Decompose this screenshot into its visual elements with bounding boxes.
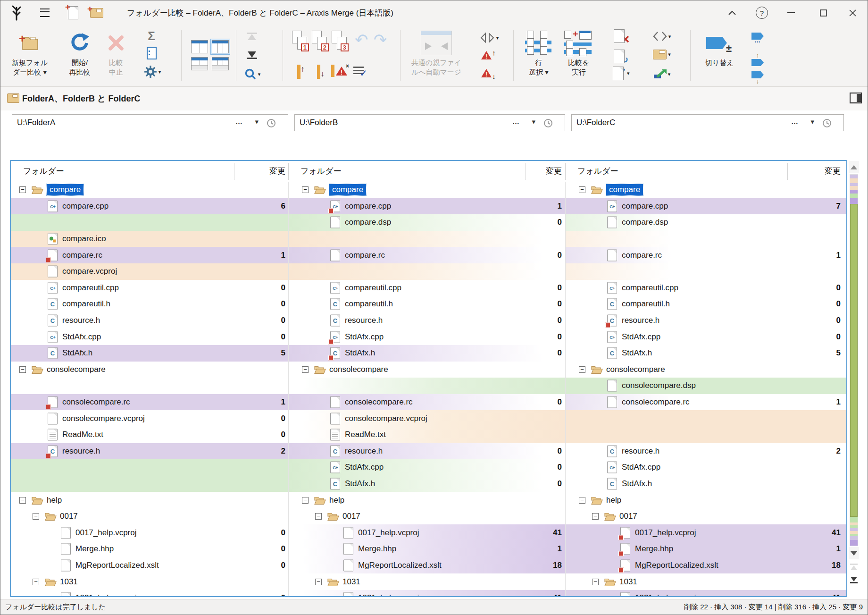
- file-name[interactable]: 0017_help.vcproj: [635, 528, 696, 538]
- collapse-toggle[interactable]: −: [302, 366, 309, 373]
- collapse-toggle[interactable]: −: [579, 366, 585, 373]
- tree-row-file[interactable]: compare.ico: [11, 231, 846, 247]
- layout-two-pane-button[interactable]: [191, 40, 209, 54]
- file-name[interactable]: compare.rc: [62, 251, 102, 260]
- tree-row-file[interactable]: compareutil.cpp0compareutil.cpp0compareu…: [11, 280, 846, 296]
- file-name[interactable]: compareutil.cpp: [62, 283, 119, 293]
- file-name[interactable]: compare.cpp: [62, 202, 108, 211]
- folder-name[interactable]: help: [606, 496, 621, 505]
- file-name[interactable]: 1031_help.vcproj: [75, 593, 136, 596]
- folder-name[interactable]: consolecompare: [606, 365, 665, 374]
- new-folder-comparison-tab-button[interactable]: +: [86, 0, 107, 25]
- file-name[interactable]: compare.cpp: [622, 202, 668, 211]
- file-name[interactable]: StdAfx.h: [62, 348, 92, 358]
- tree-row-file[interactable]: compare.dsp0compare.dsp: [11, 214, 846, 231]
- new-folder-comparison-button[interactable]: + 新規フォルダー比較 ▾: [5, 28, 54, 77]
- tree-row-file[interactable]: consolecompare.rc1consolecompare.rc0cons…: [11, 394, 846, 411]
- tree-row-file[interactable]: consolecompare.vcproj0consolecompare.vcp…: [11, 410, 846, 427]
- file-name[interactable]: MgReportLocalized.xslt: [358, 561, 442, 570]
- tree-row-file[interactable]: consolecompare.dsp: [11, 378, 846, 394]
- path-input-folder-a[interactable]: U:\FolderA … ▾: [12, 114, 288, 131]
- next-flag-button[interactable]: ↓: [751, 71, 764, 85]
- tree-row-folder-compare[interactable]: −compare−compare−compare: [11, 182, 846, 198]
- folder-name[interactable]: compare: [606, 184, 643, 195]
- file-name[interactable]: consolecompare.dsp: [622, 381, 696, 390]
- row-selection-button[interactable]: 行選択 ▾: [523, 28, 554, 77]
- file-name[interactable]: compareutil.h: [345, 299, 393, 309]
- file-name[interactable]: Merge.hhp: [75, 544, 114, 554]
- history-button[interactable]: [266, 118, 276, 130]
- tree-row-file[interactable]: ReadMe.txt0ReadMe.txt: [11, 427, 846, 443]
- scrollbar-thumb[interactable]: [850, 204, 858, 517]
- layout-two-pane-horizontal-button[interactable]: [191, 57, 209, 71]
- folder-name[interactable]: 0017: [619, 512, 637, 521]
- column-header-folder-c[interactable]: フォルダー: [577, 166, 618, 177]
- file-name[interactable]: StdAfx.cpp: [62, 332, 101, 342]
- tree-row-file[interactable]: StdAfx.h0StdAfx.h: [11, 476, 846, 492]
- file-name[interactable]: resource.h: [622, 316, 659, 325]
- scroll-down-button[interactable]: [849, 547, 859, 559]
- folder-name[interactable]: consolecompare: [47, 365, 106, 374]
- swap-files-button[interactable]: ▾: [648, 31, 676, 42]
- file-name[interactable]: compareutil.cpp: [345, 283, 401, 293]
- collapse-toggle[interactable]: −: [315, 579, 322, 585]
- start-recompare-button[interactable]: 開始/再比較: [62, 28, 98, 77]
- statistics-button[interactable]: Σ: [142, 29, 161, 43]
- file-name[interactable]: StdAfx.h: [345, 479, 375, 489]
- file-name[interactable]: consolecompare.rc: [62, 397, 130, 407]
- menu-button[interactable]: [35, 0, 54, 25]
- tree-row-folder-help[interactable]: −help−help−help: [11, 492, 846, 508]
- collapse-toggle[interactable]: −: [592, 513, 599, 520]
- history-button[interactable]: [822, 118, 832, 130]
- file-name[interactable]: resource.h: [62, 316, 100, 325]
- previous-change-button[interactable]: ↑: [293, 65, 309, 79]
- layout-three-pane-horizontal-button[interactable]: [211, 57, 229, 71]
- file-name[interactable]: resource.h: [345, 316, 383, 325]
- dropdown-button[interactable]: ▾: [810, 118, 814, 126]
- column-header-changes-b[interactable]: 変更: [524, 166, 562, 177]
- file-name[interactable]: StdAfx.h: [345, 348, 375, 358]
- tree-row-folder-consolecompare[interactable]: −consolecompare−consolecompare−consoleco…: [11, 362, 846, 378]
- run-comparison-of-rows-button[interactable]: + 比較を実行: [561, 28, 597, 77]
- file-name[interactable]: consolecompare.vcproj: [62, 414, 145, 423]
- copy-to-pane1-button[interactable]: 1: [292, 31, 309, 51]
- collapse-ribbon-button[interactable]: [722, 3, 743, 22]
- column-header-folder-b[interactable]: フォルダー: [300, 166, 342, 177]
- skip-change-button[interactable]: ! ×: [331, 65, 351, 77]
- file-name[interactable]: compareutil.h: [622, 299, 670, 309]
- options-button[interactable]: ▾: [140, 64, 165, 80]
- file-name[interactable]: StdAfx.cpp: [345, 332, 384, 342]
- file-name[interactable]: MgReportLocalized.xslt: [75, 561, 159, 570]
- minimize-button[interactable]: [781, 3, 801, 22]
- file-name[interactable]: consolecompare.rc: [622, 397, 690, 407]
- previous-flag-button[interactable]: ↑: [751, 52, 764, 66]
- file-name[interactable]: Merge.hhp: [358, 544, 396, 554]
- collapse-toggle[interactable]: −: [33, 579, 39, 585]
- file-name[interactable]: StdAfx.cpp: [622, 463, 660, 472]
- folder-name[interactable]: consolecompare: [329, 365, 388, 374]
- browse-button[interactable]: …: [512, 118, 519, 126]
- close-button[interactable]: [842, 3, 863, 22]
- collapse-toggle[interactable]: −: [302, 497, 309, 504]
- column-header-changes-a[interactable]: 変更: [248, 166, 285, 177]
- copy-to-pane3-button[interactable]: 3: [332, 31, 349, 51]
- tree-row-file[interactable]: resource.h2resource.h0resource.h2: [11, 443, 846, 460]
- tree-row-file[interactable]: compareutil.h0compareutil.h0compareutil.…: [11, 296, 846, 312]
- scrollbar-minimap-track[interactable]: [850, 174, 858, 546]
- path-input-folder-c[interactable]: U:\FolderC … ▾: [571, 114, 844, 131]
- collapse-toggle[interactable]: −: [19, 366, 26, 373]
- open-external-button[interactable]: ▾: [648, 68, 676, 80]
- file-name[interactable]: compare.dsp: [622, 218, 668, 227]
- tree-row-folder-1031[interactable]: −1031−1031−1031: [11, 573, 846, 590]
- tree-row-file[interactable]: compare.cpp6compare.cpp1compare.cpp7: [11, 198, 846, 215]
- browse-button[interactable]: …: [235, 118, 242, 126]
- file-name[interactable]: compare.ico: [62, 234, 106, 244]
- file-name[interactable]: ReadMe.txt: [62, 430, 103, 439]
- copy-to-pane2-button[interactable]: 2: [312, 31, 329, 51]
- folder-name[interactable]: 1031: [60, 577, 78, 587]
- file-name[interactable]: resource.h: [62, 447, 100, 456]
- file-name[interactable]: Merge.hhp: [635, 544, 673, 554]
- folder-name[interactable]: help: [47, 496, 62, 505]
- collapse-toggle[interactable]: −: [579, 497, 585, 504]
- flag-options-button[interactable]: •••: [751, 33, 764, 44]
